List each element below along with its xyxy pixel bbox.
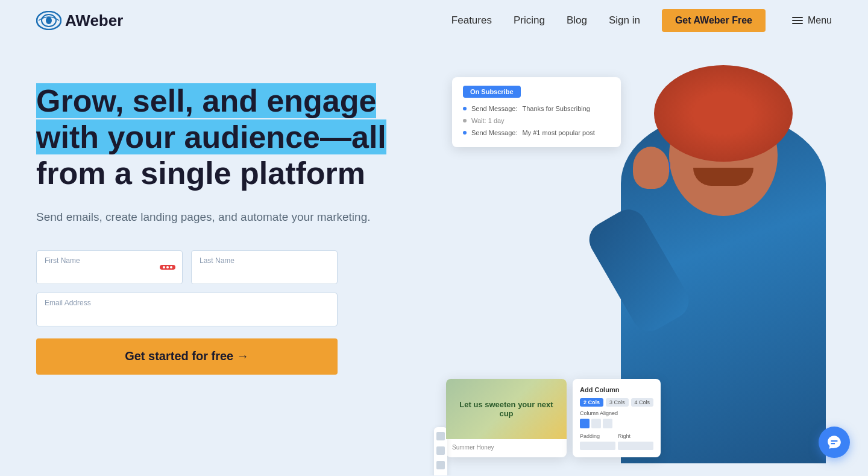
sidebar-icon-3 xyxy=(436,461,445,469)
aweber-logo-icon xyxy=(36,11,61,30)
nav-get-free-button[interactable]: Get AWeber Free xyxy=(662,9,766,32)
landing-card-image: Let us sweeten your next cup xyxy=(446,379,567,439)
nav-links: Features Pricing Blog Sign in Get AWeber… xyxy=(451,9,832,32)
send-message1-value: Thanks for Subscribing xyxy=(522,105,590,112)
automation-wait: Wait: 1 day xyxy=(463,115,610,127)
hero-subtitle: Send emails, create landing pages, and a… xyxy=(36,208,446,226)
last-name-field: Last Name xyxy=(191,250,338,284)
last-name-input[interactable] xyxy=(191,250,338,284)
nav-blog[interactable]: Blog xyxy=(567,14,587,27)
chat-icon xyxy=(826,434,842,450)
person-eye-left xyxy=(687,144,711,153)
navigation: AWeber Features Pricing Blog Sign in Get… xyxy=(0,0,868,41)
hero-title: Grow, sell, and engage with your audienc… xyxy=(36,83,446,191)
automation-card: On Subscribe Send Message: Thanks for Su… xyxy=(452,77,621,147)
align-buttons xyxy=(580,419,653,428)
landing-page-card: Let us sweeten your next cup Summer Hone… xyxy=(446,379,567,457)
automation-step2: Send Message: My #1 most popular post xyxy=(463,127,610,139)
person-body xyxy=(621,113,826,463)
person-hand xyxy=(633,147,669,189)
person-arm-left xyxy=(583,203,696,337)
send-message1-label: Send Message: xyxy=(471,105,517,112)
landing-card-footer: Summer Honey xyxy=(446,439,567,455)
automation-trigger: On Subscribe xyxy=(463,86,521,98)
sidebar-strip xyxy=(434,427,447,475)
logo-link[interactable]: AWeber xyxy=(36,11,123,30)
padding-settings: Padding Right xyxy=(580,433,653,450)
nav-pricing[interactable]: Pricing xyxy=(514,14,545,27)
sidebar-icon-2 xyxy=(436,446,445,455)
logo-text: AWeber xyxy=(65,11,123,30)
person-container xyxy=(609,53,838,463)
send-message2-label: Send Message: xyxy=(471,129,517,136)
nav-signin[interactable]: Sign in xyxy=(609,14,640,27)
person-smile xyxy=(693,168,753,186)
person-eye-right xyxy=(735,144,760,153)
automation-step1: Send Message: Thanks for Subscribing xyxy=(463,103,610,115)
nav-menu-button[interactable]: Menu xyxy=(792,15,832,26)
email-input[interactable] xyxy=(36,293,338,326)
svg-point-2 xyxy=(46,17,52,24)
chat-button[interactable] xyxy=(819,427,850,458)
submit-button[interactable]: Get started for free → xyxy=(36,338,338,375)
hero-content: Grow, sell, and engage with your audienc… xyxy=(36,71,446,375)
bottom-cards: Let us sweeten your next cup Summer Hone… xyxy=(446,379,661,457)
send-message2-value: My #1 most popular post xyxy=(522,129,594,136)
person-earring xyxy=(663,162,670,173)
name-row: First Name Last Name xyxy=(36,250,338,284)
first-name-field: First Name xyxy=(36,250,183,284)
settings-card: Add Column 2 Cols 3 Cols 4 Cols Column A… xyxy=(573,379,661,457)
sidebar-icon-1 xyxy=(436,432,445,440)
person-neck xyxy=(702,132,744,180)
signup-form: First Name Last Name Email Address Get s… xyxy=(36,250,338,375)
column-buttons: 2 Cols 3 Cols 4 Cols xyxy=(580,398,653,407)
person-head xyxy=(669,95,778,216)
hamburger-icon xyxy=(792,17,803,24)
nav-features[interactable]: Features xyxy=(451,14,492,27)
email-field: Email Address xyxy=(36,293,338,326)
person-hair xyxy=(654,65,793,162)
autofill-icon xyxy=(160,265,175,270)
hero-illustration: On Subscribe Send Message: Thanks for Su… xyxy=(446,41,868,475)
aligned-label: Column Aligned xyxy=(580,410,653,416)
hero-section: Grow, sell, and engage with your audienc… xyxy=(0,41,868,475)
